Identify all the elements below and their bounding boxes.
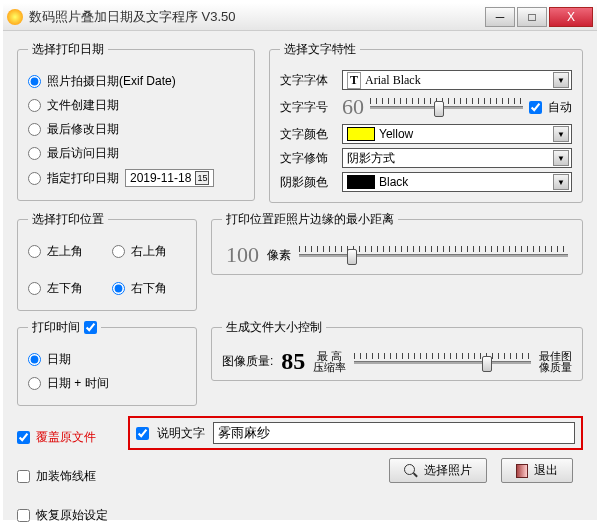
label-modified: 最后修改日期 (47, 121, 119, 138)
margin-group: 打印位置距照片边缘的最小距离 100 像素 (211, 211, 583, 275)
quality-left-note: 最 高压缩率 (313, 351, 346, 373)
time-group: 打印时间 日期 日期 + 时间 (17, 319, 197, 406)
position-legend: 选择打印位置 (28, 211, 108, 228)
label-tr: 右上角 (131, 243, 167, 260)
border-label: 加装饰线框 (36, 468, 96, 485)
restore-checkbox[interactable] (17, 509, 30, 522)
label-created: 文件创建日期 (47, 97, 119, 114)
restore-label: 恢复原始设定 (36, 507, 108, 523)
quality-right-note: 最佳图像质量 (539, 351, 572, 373)
label-tl: 左上角 (47, 243, 83, 260)
maximize-button[interactable]: □ (517, 7, 547, 27)
calendar-icon: 15 (195, 171, 209, 185)
quality-label: 图像质量: (222, 353, 273, 370)
label-specified: 指定打印日期 (47, 170, 119, 187)
exit-icon (516, 464, 528, 478)
date-picker[interactable]: 2019-11-18 15 (125, 169, 214, 187)
select-photo-button[interactable]: 选择照片 (389, 458, 487, 483)
size-value: 60 (342, 94, 364, 120)
quality-group: 生成文件大小控制 图像质量: 85 最 高压缩率 最佳图像质量 (211, 319, 583, 381)
shadow-color-select[interactable]: Black ▼ (342, 172, 572, 192)
auto-size-checkbox[interactable] (529, 101, 542, 114)
quality-legend: 生成文件大小控制 (222, 319, 326, 336)
deco-select[interactable]: 阴影方式 ▼ (342, 148, 572, 168)
desc-input[interactable] (213, 422, 575, 444)
font-icon: T (347, 72, 361, 89)
radio-tr[interactable] (112, 245, 125, 258)
text-color-select[interactable]: Yellow ▼ (342, 124, 572, 144)
label-exif: 照片拍摄日期(Exif Date) (47, 73, 176, 90)
font-value: Arial Black (365, 73, 421, 88)
label-date-time: 日期 + 时间 (47, 375, 109, 392)
color-swatch-icon (347, 127, 375, 141)
margin-legend: 打印位置距照片边缘的最小距离 (222, 211, 398, 228)
label-br: 右下角 (131, 280, 167, 297)
chevron-down-icon: ▼ (553, 126, 569, 142)
date-value: 2019-11-18 (130, 171, 191, 185)
overwrite-checkbox[interactable] (17, 431, 30, 444)
radio-exif[interactable] (28, 75, 41, 88)
deco-value: 阴影方式 (347, 150, 395, 167)
radio-date-only[interactable] (28, 353, 41, 366)
radio-date-time[interactable] (28, 377, 41, 390)
size-slider[interactable] (370, 95, 523, 119)
desc-label: 说明文字 (157, 425, 205, 442)
color-value: Yellow (379, 127, 413, 141)
titlebar: 数码照片叠加日期及文字程序 V3.50 ─ □ X (3, 3, 597, 31)
radio-br[interactable] (112, 282, 125, 295)
close-button[interactable]: X (549, 7, 593, 27)
position-group: 选择打印位置 左上角 右上角 左下角 右下角 (17, 211, 197, 311)
quality-slider[interactable] (354, 350, 531, 374)
radio-tl[interactable] (28, 245, 41, 258)
deco-label: 文字修饰 (280, 150, 336, 167)
overwrite-label: 覆盖原文件 (36, 429, 96, 446)
app-icon (7, 9, 23, 25)
time-legend: 打印时间 (28, 319, 101, 336)
margin-slider[interactable] (299, 243, 568, 267)
radio-accessed[interactable] (28, 147, 41, 160)
date-group: 选择打印日期 照片拍摄日期(Exif Date) 文件创建日期 最后修改日期 最… (17, 41, 255, 201)
date-legend: 选择打印日期 (28, 41, 108, 58)
auto-label: 自动 (548, 99, 572, 116)
border-checkbox[interactable] (17, 470, 30, 483)
font-select[interactable]: TArial Black ▼ (342, 70, 572, 90)
exit-button[interactable]: 退出 (501, 458, 573, 483)
label-bl: 左下角 (47, 280, 83, 297)
margin-value: 100 (226, 242, 259, 268)
magnifier-icon (404, 464, 418, 478)
minimize-button[interactable]: ─ (485, 7, 515, 27)
color-swatch-icon (347, 175, 375, 189)
size-label: 文字字号 (280, 99, 336, 116)
margin-unit: 像素 (267, 247, 291, 264)
app-window: 数码照片叠加日期及文字程序 V3.50 ─ □ X 选择打印日期 照片拍摄日期(… (0, 0, 600, 523)
label-accessed: 最后访问日期 (47, 145, 119, 162)
shadow-value: Black (379, 175, 408, 189)
chevron-down-icon: ▼ (553, 72, 569, 88)
radio-created[interactable] (28, 99, 41, 112)
radio-bl[interactable] (28, 282, 41, 295)
radio-modified[interactable] (28, 123, 41, 136)
color-label: 文字颜色 (280, 126, 336, 143)
font-legend: 选择文字特性 (280, 41, 360, 58)
shadow-label: 阴影颜色 (280, 174, 336, 191)
chevron-down-icon: ▼ (553, 150, 569, 166)
chevron-down-icon: ▼ (553, 174, 569, 190)
radio-specified[interactable] (28, 172, 41, 185)
font-label: 文字字体 (280, 72, 336, 89)
quality-value: 85 (281, 348, 305, 375)
font-group: 选择文字特性 文字字体 TArial Black ▼ 文字字号 60 自动 (269, 41, 583, 203)
time-enable-checkbox[interactable] (84, 321, 97, 334)
description-highlight: 说明文字 (128, 416, 583, 450)
desc-checkbox[interactable] (136, 427, 149, 440)
window-title: 数码照片叠加日期及文字程序 V3.50 (29, 8, 483, 26)
label-date-only: 日期 (47, 351, 71, 368)
